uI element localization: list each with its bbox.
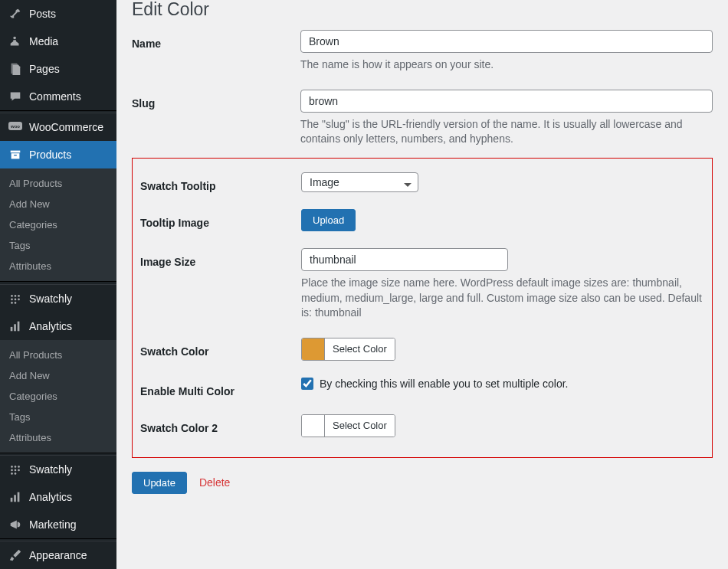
svg-point-8 <box>18 295 20 297</box>
menu-label: Comments <box>29 90 81 103</box>
svg-rect-14 <box>11 326 13 330</box>
row-image-size: Image Size Place the image size name her… <box>133 248 703 321</box>
label-enable-multi: Enable Multi Color <box>133 378 301 397</box>
dots-icon <box>8 291 23 306</box>
svg-point-20 <box>11 469 13 471</box>
menu-analytics-2[interactable]: Analytics <box>0 483 116 511</box>
sub-all-products[interactable]: All Products <box>0 173 116 194</box>
woo-icon: woo <box>8 119 23 135</box>
svg-rect-25 <box>11 498 13 502</box>
help-slug: The "slug" is the URL-friendly version o… <box>300 117 713 147</box>
menu-label: Pages <box>29 63 60 75</box>
label-swatch-color: Swatch Color <box>133 338 301 361</box>
row-swatch-color-2: Swatch Color 2 Select Color <box>133 414 703 437</box>
row-swatch-color: Swatch Color Select Color <box>133 338 703 361</box>
svg-point-13 <box>15 302 17 304</box>
svg-point-18 <box>15 466 17 468</box>
svg-rect-16 <box>18 321 20 331</box>
menu-swatchly[interactable]: Swatchly <box>0 285 116 312</box>
svg-point-19 <box>18 466 20 468</box>
menu-swatchly-2[interactable]: Swatchly <box>0 456 116 483</box>
megaphone-icon <box>8 517 23 532</box>
upload-button[interactable]: Upload <box>301 209 356 231</box>
comment-icon <box>8 89 23 104</box>
menu-analytics[interactable]: Analytics <box>0 312 116 340</box>
dots-icon <box>8 462 23 477</box>
svg-rect-26 <box>14 495 16 502</box>
menu-posts[interactable]: Posts <box>0 0 116 28</box>
svg-point-9 <box>11 298 13 300</box>
label-name: Name <box>132 30 300 73</box>
delete-link[interactable]: Delete <box>199 476 230 489</box>
enable-multi-checkbox[interactable] <box>301 378 313 390</box>
enable-multi-wrapper[interactable]: By checking this will enable you to set … <box>301 378 703 390</box>
label-tooltip-image: Tooltip Image <box>133 209 301 231</box>
svg-point-7 <box>15 295 17 297</box>
svg-rect-15 <box>14 324 16 331</box>
menu-comments[interactable]: Comments <box>0 83 116 110</box>
media-icon <box>8 34 23 49</box>
image-size-input[interactable] <box>301 248 508 271</box>
archive-icon <box>8 147 23 162</box>
menu-label: Posts <box>29 8 56 20</box>
row-swatch-tooltip: Swatch Tooltip Image <box>133 172 703 192</box>
menu-label: Products <box>29 149 71 161</box>
select-color-button[interactable]: Select Color <box>325 338 395 360</box>
help-image-size: Place the image size name here. WordPres… <box>301 276 703 321</box>
sub-tags-2[interactable]: Tags <box>0 407 116 427</box>
svg-rect-4 <box>11 153 20 159</box>
label-swatch-color-2: Swatch Color 2 <box>133 414 301 437</box>
menu-marketing[interactable]: Marketing <box>0 511 116 538</box>
update-button[interactable]: Update <box>132 472 187 494</box>
menu-label: Analytics <box>29 491 72 503</box>
svg-rect-3 <box>11 151 21 153</box>
help-name: The name is how it appears on your site. <box>300 57 713 73</box>
menu-pages[interactable]: Pages <box>0 55 116 83</box>
sub-add-new[interactable]: Add New <box>0 194 116 214</box>
main-content: Edit Color Name The name is how it appea… <box>116 0 728 569</box>
sub-all-products-2[interactable]: All Products <box>0 345 116 365</box>
swatch-color-picker[interactable]: Select Color <box>301 338 395 361</box>
sub-add-new-2[interactable]: Add New <box>0 365 116 386</box>
menu-label: Marketing <box>29 518 76 531</box>
svg-point-23 <box>11 473 13 475</box>
label-image-size: Image Size <box>133 248 301 321</box>
menu-label: Media <box>29 35 58 47</box>
menu-woocommerce[interactable]: woo WooCommerce <box>0 113 116 141</box>
pages-icon <box>8 61 23 77</box>
pin-icon <box>8 6 23 21</box>
menu-products[interactable]: Products <box>0 141 116 168</box>
menu-label: Analytics <box>29 320 72 332</box>
menu-media[interactable]: Media <box>0 28 116 55</box>
svg-rect-27 <box>18 492 20 502</box>
row-slug: Slug The "slug" is the URL-friendly vers… <box>132 90 713 147</box>
swatch-color-2-preview <box>302 415 325 437</box>
slug-input[interactable] <box>300 90 713 113</box>
products-submenu: All Products Add New Categories Tags Att… <box>0 168 116 281</box>
name-input[interactable] <box>300 30 713 53</box>
svg-point-24 <box>15 473 17 475</box>
menu-label: Swatchly <box>29 293 72 305</box>
swatch-tooltip-select[interactable]: Image <box>301 172 418 192</box>
sub-categories-2[interactable]: Categories <box>0 386 116 407</box>
svg-point-0 <box>13 37 16 40</box>
page-title: Edit Color <box>132 0 713 19</box>
sub-tags[interactable]: Tags <box>0 235 116 256</box>
sub-attributes[interactable]: Attributes <box>0 256 116 276</box>
menu-label: WooCommerce <box>29 121 103 133</box>
menu-appearance[interactable]: Appearance <box>0 541 116 569</box>
select-color-2-button[interactable]: Select Color <box>325 415 395 437</box>
menu-label: Swatchly <box>29 463 72 476</box>
sub-categories[interactable]: Categories <box>0 214 116 235</box>
menu-label: Appearance <box>29 549 87 561</box>
svg-rect-5 <box>14 155 17 155</box>
swatch-color-2-picker[interactable]: Select Color <box>301 414 395 437</box>
label-slug: Slug <box>132 90 300 147</box>
sub-attributes-2[interactable]: Attributes <box>0 427 116 448</box>
actions-row: Update Delete <box>132 472 713 494</box>
swatch-settings-box: Swatch Tooltip Image Tooltip Image Uploa… <box>132 158 713 458</box>
row-enable-multi: Enable Multi Color By checking this will… <box>133 378 703 397</box>
label-swatch-tooltip: Swatch Tooltip <box>133 172 301 192</box>
chart-icon <box>8 489 23 505</box>
chart-icon <box>8 319 23 334</box>
